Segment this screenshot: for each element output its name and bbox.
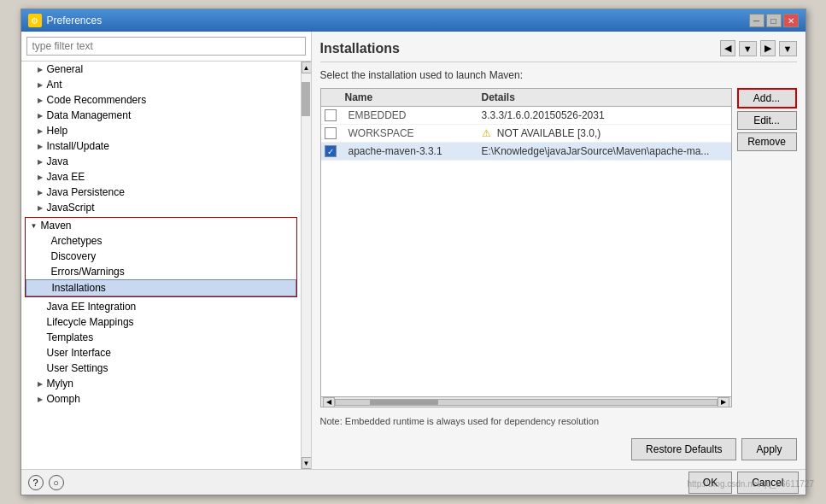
scrollbar-thumb[interactable]	[370, 400, 438, 405]
nav-dropdown-button[interactable]: ▼	[739, 41, 757, 56]
search-box	[21, 32, 311, 62]
expand-arrow-javapersistence: ▶	[35, 187, 45, 197]
sidebar-item-ant[interactable]: ▶ Ant	[21, 77, 301, 92]
info-icon[interactable]: ○	[49, 475, 64, 490]
sidebar-item-maven[interactable]: ▼ Maven	[26, 218, 296, 233]
tree-container: ▶ General ▶ Ant ▶ Code Recommenders	[21, 62, 301, 469]
scroll-down-button[interactable]: ▼	[302, 457, 311, 469]
sidebar-label-code: Code Recommenders	[45, 94, 147, 106]
scroll-left-button[interactable]: ◀	[323, 397, 335, 407]
sidebar-item-lifecycle-mappings[interactable]: Lifecycle Mappings	[21, 314, 301, 330]
sidebar-item-java-ee[interactable]: ▶ Java EE	[21, 169, 301, 185]
table-section: Name Details EMBEDDED 3.3.3/1.6.0.201505…	[320, 88, 797, 407]
expand-arrow-maven: ▼	[29, 220, 39, 231]
maximize-button[interactable]: □	[766, 14, 782, 27]
sidebar-label-data: Data Management	[45, 109, 132, 121]
sidebar-label-general: General	[45, 63, 84, 75]
row-details-embedded: 3.3.3/1.6.0.20150526-2031	[482, 109, 728, 121]
expand-arrow-java: ▶	[35, 156, 45, 167]
horizontal-scrollbar: ◀ ▶	[321, 396, 731, 407]
preferences-window: ⚙ Preferences ─ □ ✕ ▶ General	[21, 9, 806, 495]
sidebar-item-java[interactable]: ▶ Java	[21, 154, 301, 169]
sidebar-label-user-settings: User Settings	[45, 362, 108, 374]
sidebar-item-errors-warnings[interactable]: Errors/Warnings	[26, 264, 296, 279]
row-name-apache: apache-maven-3.3.1	[345, 145, 482, 157]
sidebar-label-maven: Maven	[39, 220, 72, 231]
expand-arrow-ant: ▶	[35, 79, 45, 90]
sidebar-label-javaee-integration: Java EE Integration	[45, 301, 137, 313]
restore-defaults-button[interactable]: Restore Defaults	[631, 438, 736, 460]
search-input[interactable]	[26, 37, 306, 56]
expand-arrow-code: ▶	[35, 95, 45, 105]
close-button[interactable]: ✕	[783, 14, 799, 27]
sidebar-item-help[interactable]: ▶ Help	[21, 123, 301, 138]
remove-button[interactable]: Remove	[737, 132, 797, 151]
nav-forward-button[interactable]: ▶	[760, 40, 776, 56]
title-bar-left: ⚙ Preferences	[28, 14, 103, 27]
row-checkbox-workspace	[325, 127, 345, 139]
help-icon[interactable]: ?	[28, 475, 44, 490]
edit-button[interactable]: Edit...	[737, 111, 797, 130]
sidebar-item-installations[interactable]: Installations	[26, 279, 296, 296]
sidebar-item-code-recommenders[interactable]: ▶ Code Recommenders	[21, 92, 301, 108]
sidebar-label-errors: Errors/Warnings	[50, 266, 125, 278]
expand-arrow-js: ▶	[35, 202, 45, 213]
scroll-thumb[interactable]	[302, 82, 310, 116]
apply-button[interactable]: Apply	[741, 438, 796, 460]
expand-arrow-general: ▶	[35, 64, 45, 74]
table-row[interactable]: WORKSPACE ⚠ NOT AVAILABLE [3.0,)	[321, 125, 731, 143]
sidebar-item-java-ee-integration[interactable]: Java EE Integration	[21, 299, 301, 314]
content-area: ▶ General ▶ Ant ▶ Code Recommenders	[21, 32, 805, 469]
sidebar-item-user-interface[interactable]: User Interface	[21, 345, 301, 360]
row-checkbox-embedded	[325, 109, 345, 121]
checkbox-apache[interactable]: ✓	[325, 145, 337, 157]
sidebar-item-user-settings[interactable]: User Settings	[21, 360, 301, 376]
table-body: EMBEDDED 3.3.3/1.6.0.20150526-2031 WORKS…	[321, 107, 731, 396]
sidebar-label-installations: Installations	[50, 282, 106, 294]
sidebar-item-mylyn[interactable]: ▶ Mylyn	[21, 376, 301, 391]
panel-title-text: Installations	[320, 41, 400, 56]
sidebar-label-oomph: Oomph	[45, 393, 80, 405]
scroll-right-button[interactable]: ▶	[718, 397, 729, 407]
sidebar-item-discovery[interactable]: Discovery	[26, 249, 296, 264]
sidebar-label-mylyn: Mylyn	[45, 378, 73, 390]
table-row[interactable]: ✓ apache-maven-3.3.1 E:\Knowledge\javaJa…	[321, 143, 731, 161]
bottom-buttons: Restore Defaults Apply	[320, 435, 797, 460]
action-buttons: Add... Edit... Remove	[737, 88, 797, 407]
sidebar-scrollbar[interactable]: ▲ ▼	[301, 62, 311, 469]
minimize-button[interactable]: ─	[749, 14, 764, 27]
nav-back-button[interactable]: ◀	[720, 40, 735, 56]
sidebar-item-oomph[interactable]: ▶ Oomph	[21, 391, 301, 407]
sidebar-item-archetypes[interactable]: Archetypes	[26, 233, 296, 249]
note-text: Note: Embedded runtime is always used fo…	[320, 414, 797, 428]
sidebar-label-javapersistence: Java Persistence	[45, 186, 125, 198]
row-details-apache: E:\Knowledge\javaJarSource\Maven\apache-…	[482, 145, 728, 157]
row-checkbox-apache: ✓	[325, 145, 345, 157]
sidebar-item-templates[interactable]: Templates	[21, 330, 301, 345]
sidebar-label-help: Help	[45, 125, 68, 137]
sidebar-label-templates: Templates	[45, 331, 94, 343]
checkbox-workspace[interactable]	[325, 127, 337, 139]
title-controls: ─ □ ✕	[749, 14, 799, 27]
col-name-header: Name	[345, 91, 482, 103]
expand-arrow-mylyn: ▶	[35, 378, 45, 389]
sidebar-item-data-management[interactable]: ▶ Data Management	[21, 108, 301, 123]
row-name-embedded: EMBEDDED	[345, 109, 482, 121]
sidebar-label-ui: User Interface	[45, 347, 111, 359]
installations-table: Name Details EMBEDDED 3.3.3/1.6.0.201505…	[320, 88, 732, 407]
sidebar-label-js: JavaScript	[45, 202, 95, 214]
sidebar-item-javascript[interactable]: ▶ JavaScript	[21, 200, 301, 215]
main-panel: Installations ◀ ▼ ▶ ▼ Select the install…	[312, 32, 805, 469]
add-button[interactable]: Add...	[737, 88, 797, 108]
scroll-up-button[interactable]: ▲	[302, 62, 311, 73]
sidebar-label-lifecycle: Lifecycle Mappings	[45, 316, 134, 328]
sidebar-item-general[interactable]: ▶ General	[21, 62, 301, 77]
sidebar-item-java-persistence[interactable]: ▶ Java Persistence	[21, 185, 301, 200]
nav-menu-button[interactable]: ▼	[779, 41, 797, 56]
checkbox-embedded[interactable]	[325, 109, 337, 121]
sidebar-item-install-update[interactable]: ▶ Install/Update	[21, 138, 301, 154]
table-header: Name Details	[321, 89, 731, 107]
sidebar: ▶ General ▶ Ant ▶ Code Recommenders	[21, 32, 312, 469]
table-row[interactable]: EMBEDDED 3.3.3/1.6.0.20150526-2031	[321, 107, 731, 125]
window-icon: ⚙	[28, 14, 42, 27]
